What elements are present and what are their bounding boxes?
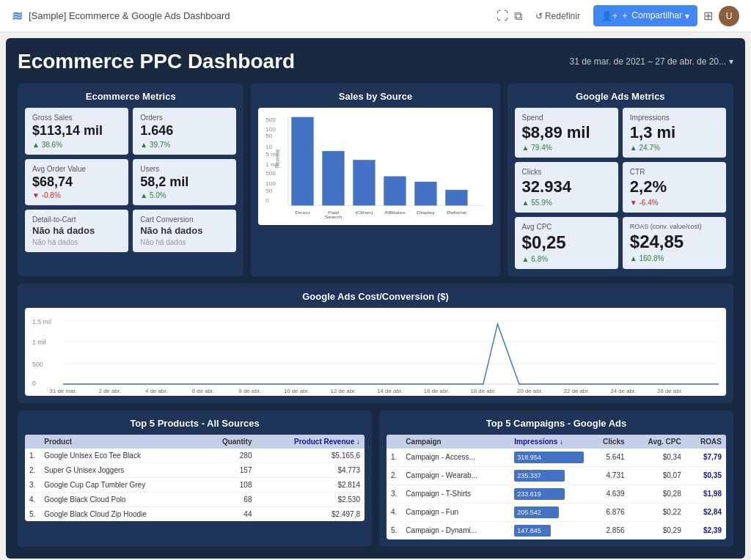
impressions-change: 24.7% [630, 144, 719, 152]
cost-chart-section: Google Ads Cost/Conversion ($) 1,5 mil 1… [18, 284, 733, 403]
row-num: 5. [387, 521, 401, 539]
row-num: 4. [25, 492, 40, 506]
campaign-cpc: $0,28 [629, 485, 686, 503]
ctr-change: -6.4% [630, 199, 719, 207]
avatar[interactable]: U [719, 6, 739, 26]
reset-button[interactable]: ↺ Redefinir [528, 7, 587, 25]
avg-cpc-metric: Avg CPC $0,25 6.8% [515, 217, 618, 269]
top-nav: ≋ [Sample] Ecommerce & Google Ads Dashbo… [0, 0, 751, 32]
row-num: 3. [25, 477, 40, 492]
campaign-name: Campaign - Access... [401, 449, 510, 467]
row-num: 1. [25, 449, 40, 463]
impressions-label: Impressions [630, 114, 719, 122]
product-revenue: $2.530 [256, 492, 364, 506]
ctr-label: CTR [630, 168, 719, 176]
svg-text:1 mil: 1 mil [32, 338, 46, 345]
d2c-label: Detail-to-Cart [32, 215, 121, 224]
row-num: 3. [387, 485, 401, 503]
svg-text:0: 0 [32, 379, 36, 386]
avg-order-metric: Avg Order Value $68,74 -0.8% [25, 159, 128, 206]
svg-text:Display: Display [417, 210, 435, 215]
row-num: 1. [387, 449, 401, 467]
svg-text:18 de abr.: 18 de abr. [470, 388, 496, 394]
users-value: 58,2 mil [140, 174, 229, 191]
clicks-value: 32.934 [522, 177, 611, 196]
users-metric: Users 58,2 mil 5.0% [133, 159, 236, 206]
table-row: 2. Super G Unisex Joggers 157 $4.773 [25, 463, 364, 477]
campaign-clicks: 5.641 [588, 449, 629, 467]
product-revenue: $5.165,6 [256, 449, 364, 463]
col-impressions-label[interactable]: Impressions ↓ [510, 435, 587, 449]
svg-text:12 de abr.: 12 de abr. [331, 388, 356, 394]
cost-chart-svg: 1,5 mil 1 mil 500 0 31 de mar. 2 de abr.… [31, 314, 720, 394]
svg-text:16 de abr.: 16 de abr. [424, 388, 450, 394]
product-quantity: 68 [200, 492, 256, 506]
table-row: 4. Google Black Cloud Polo 68 $2.530 [25, 492, 364, 506]
top-products-title: Top 5 Products - All Sources [25, 418, 364, 429]
google-ads-metric-grid: Spend $8,89 mil 79.4% Impressions 1,3 mi… [515, 108, 726, 269]
row-num: 4. [387, 503, 401, 521]
orders-change: 39.7% [140, 141, 229, 149]
ctr-metric: CTR 2,2% -6.4% [623, 162, 726, 212]
col-product-header [25, 435, 40, 449]
svg-text:Affiliates: Affiliates [385, 210, 406, 214]
product-name: Google Black Cloud Polo [40, 492, 200, 506]
orders-label: Orders [140, 114, 229, 122]
gross-sales-metric: Gross Sales $113,14 mil 38.6% [25, 108, 128, 155]
cart-metric: Cart Conversion Não há dados Não há dado… [133, 210, 236, 252]
cost-chart-title: Google Ads Cost/Conversion ($) [25, 291, 726, 302]
fullscreen-icon[interactable]: ⛶ [497, 10, 508, 23]
table-row: 1. Campaign - Access... 318.954 5.641 $0… [387, 449, 726, 467]
top-products-table: Product Quantity Product Revenue ↓ 1. Go… [25, 435, 364, 521]
col-clicks-label[interactable]: Clicks [588, 435, 629, 449]
google-ads-metrics-card: Google Ads Metrics Spend $8,89 mil 79.4%… [508, 84, 733, 276]
ecommerce-metrics-title: Ecommerce Metrics [25, 91, 236, 102]
grid-icon[interactable]: ⊞ [703, 9, 713, 23]
product-quantity: 108 [200, 477, 256, 492]
svg-text:10 de abr.: 10 de abr. [284, 388, 309, 394]
campaign-cpc: $0,07 [629, 466, 686, 485]
campaign-name: Campaign - Dynami... [401, 521, 510, 539]
table-row: 5. Campaign - Dynami... 147.845 2.856 $0… [387, 521, 726, 539]
campaign-roas: $1,98 [686, 485, 726, 503]
col-product-label[interactable]: Product [40, 435, 200, 449]
clicks-label: Clicks [522, 168, 611, 176]
spend-label: Spend [522, 114, 611, 122]
col-cpc-label[interactable]: Avg. CPC [629, 435, 686, 449]
google-ads-metrics-title: Google Ads Metrics [515, 91, 726, 102]
campaign-roas: $2,39 [686, 521, 726, 539]
svg-text:Direct: Direct [296, 210, 310, 214]
col-quantity-label[interactable]: Quantity [200, 435, 256, 449]
svg-rect-17 [446, 190, 468, 205]
users-change: 5.0% [140, 191, 229, 199]
ecommerce-metric-grid: Gross Sales $113,14 mil 38.6% Orders 1.6… [25, 108, 236, 252]
col-campaign-label[interactable]: Campaign [401, 435, 510, 449]
share-button[interactable]: 👤+ ＋ Compartilhar ▾ [593, 5, 697, 26]
row-num: 2. [25, 463, 40, 477]
product-quantity: 280 [200, 449, 256, 463]
product-name: Google Unisex Eco Tee Black [40, 449, 200, 463]
impressions-metric: Impressions 1,3 mi 24.7% [623, 108, 726, 158]
col-roas-label[interactable]: ROAS [686, 435, 726, 449]
ctr-value: 2,2% [630, 177, 719, 196]
users-label: Users [140, 165, 229, 173]
svg-rect-15 [384, 176, 406, 205]
svg-text:Referral: Referral [447, 210, 466, 214]
campaign-cpc: $0,34 [629, 449, 686, 467]
sales-chart-title: Sales by Source [258, 91, 492, 102]
date-range[interactable]: 31 de mar. de 2021 – 27 de abr. de 20...… [570, 56, 734, 67]
product-name: Google Cup Cap Tumbler Grey [40, 477, 200, 492]
orders-value: 1.646 [140, 123, 229, 139]
svg-text:(Other): (Other) [356, 210, 373, 215]
campaign-clicks: 2.856 [588, 521, 629, 539]
copy-icon[interactable]: ⧉ [514, 10, 522, 23]
clicks-metric: Clicks 32.934 55.9% [515, 162, 618, 212]
gross-sales-change: 38.6% [32, 141, 121, 149]
svg-text:Search: Search [325, 215, 342, 219]
roas-label: ROAS (conv. value/cost) [630, 223, 719, 230]
campaign-cpc: $0,22 [629, 503, 686, 521]
roas-value: $24,85 [630, 232, 719, 253]
cart-value: Não há dados [140, 225, 229, 237]
col-revenue-label[interactable]: Product Revenue ↓ [256, 435, 364, 449]
svg-text:8 de abr.: 8 de abr. [238, 388, 260, 394]
